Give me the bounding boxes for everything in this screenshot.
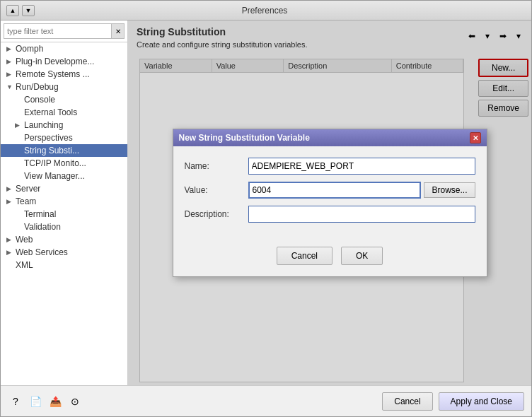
sidebar-item-web[interactable]: ▶ Web	[1, 233, 127, 246]
sidebar-item-string-subst[interactable]: String Substi...	[1, 144, 127, 157]
sidebar-item-launching[interactable]: ▶ Launching	[1, 119, 127, 131]
bottom-right-buttons: Cancel Apply and Close	[382, 392, 524, 411]
arrow-icon: ▶	[6, 45, 13, 52]
settings-icon[interactable]: ⊙	[67, 394, 83, 409]
sidebar-item-label: Web Services	[16, 247, 68, 257]
sidebar-item-label: String Substi...	[24, 146, 79, 155]
export-icon[interactable]: 📤	[47, 394, 63, 409]
sidebar-item-label: Perspectives	[24, 133, 73, 143]
description-input[interactable]	[248, 206, 475, 223]
window-maximize-button[interactable]: ▼	[22, 5, 35, 16]
filter-input[interactable]	[4, 23, 112, 39]
main-layout: ✕ ▶ Oomph ▶ Plug-in Developme... ▶ Remot…	[1, 20, 531, 385]
name-row: Name:	[185, 158, 475, 175]
sidebar-item-label: Terminal	[24, 209, 56, 219]
browse-button[interactable]: Browse...	[424, 182, 475, 198]
sidebar-item-label: Team	[16, 196, 36, 206]
modal-footer: Cancel OK	[173, 241, 487, 276]
sidebar-item-label: External Tools	[24, 107, 77, 117]
sidebar-item-xml[interactable]: XML	[1, 259, 127, 271]
value-label: Value:	[185, 185, 248, 195]
sidebar-item-run-debug[interactable]: ▼ Run/Debug	[1, 81, 127, 93]
sidebar-item-label: Server	[16, 184, 40, 194]
sidebar-item-label: Validation	[24, 222, 61, 232]
sidebar-item-validation[interactable]: Validation	[1, 221, 127, 233]
sidebar: ✕ ▶ Oomph ▶ Plug-in Developme... ▶ Remot…	[1, 20, 128, 385]
sidebar-item-label: View Manager...	[24, 171, 85, 181]
preferences-window: ▲ ▼ Preferences ✕ ▶ Oomph ▶ Plug-in D	[0, 0, 532, 417]
value-input[interactable]	[248, 182, 422, 199]
sidebar-item-terminal[interactable]: Terminal	[1, 208, 127, 221]
help-icon[interactable]: ?	[8, 394, 23, 409]
name-input[interactable]	[248, 158, 475, 175]
sidebar-item-perspectives[interactable]: Perspectives	[1, 131, 127, 144]
filter-bar: ✕	[1, 20, 127, 42]
name-label: Name:	[185, 161, 248, 171]
filter-clear-button[interactable]: ✕	[112, 23, 125, 39]
arrow-icon: ▶	[6, 58, 13, 65]
window-minimize-button[interactable]: ▲	[6, 5, 19, 16]
sidebar-item-console[interactable]: Console	[1, 93, 127, 106]
sidebar-item-label: Web	[16, 235, 33, 245]
content-area: String Substitution Create and configure…	[128, 20, 531, 385]
arrow-icon: ▶	[15, 122, 22, 129]
bottom-left-icons: ? 📄 📤 ⊙	[8, 394, 83, 409]
sidebar-item-label: XML	[16, 260, 33, 270]
window-title: Preferences	[35, 6, 495, 16]
sidebar-item-tcp-monitor[interactable]: TCP/IP Monito...	[1, 157, 127, 170]
modal-overlay: New String Substitution Variable ✕ Name:…	[128, 20, 531, 385]
sidebar-item-web-services[interactable]: ▶ Web Services	[1, 246, 127, 259]
sidebar-item-label: TCP/IP Monito...	[24, 158, 86, 168]
arrow-icon: ▶	[6, 185, 13, 192]
modal-title: New String Substitution Variable	[179, 133, 310, 143]
value-row: Value: Browse...	[185, 182, 475, 199]
doc-icon[interactable]: 📄	[28, 394, 43, 409]
modal-close-button[interactable]: ✕	[470, 132, 481, 143]
arrow-icon: ▼	[6, 83, 13, 90]
sidebar-item-external-tools[interactable]: External Tools	[1, 106, 127, 119]
title-bar-left-controls: ▲ ▼	[6, 5, 35, 16]
modal-ok-button[interactable]: OK	[341, 247, 383, 265]
sidebar-item-label: Console	[24, 95, 55, 105]
sidebar-item-label: Oomph	[16, 44, 43, 54]
sidebar-item-remote-systems[interactable]: ▶ Remote Systems ...	[1, 68, 127, 81]
new-variable-dialog: New String Substitution Variable ✕ Name:…	[173, 129, 487, 277]
description-label: Description:	[185, 209, 248, 219]
description-row: Description:	[185, 206, 475, 223]
sidebar-item-view-manager[interactable]: View Manager...	[1, 170, 127, 182]
sidebar-item-plugin-dev[interactable]: ▶ Plug-in Developme...	[1, 55, 127, 68]
modal-body: Name: Value: Browse... Description:	[173, 146, 487, 241]
sidebar-item-label: Remote Systems ...	[16, 69, 90, 79]
modal-cancel-button[interactable]: Cancel	[277, 247, 332, 265]
title-bar: ▲ ▼ Preferences	[1, 1, 531, 20]
arrow-icon: ▶	[6, 249, 13, 256]
modal-title-bar: New String Substitution Variable ✕	[173, 129, 487, 146]
arrow-icon: ▶	[6, 71, 13, 78]
sidebar-item-label: Plug-in Developme...	[16, 57, 94, 66]
sidebar-item-label: Run/Debug	[16, 82, 59, 92]
cancel-button[interactable]: Cancel	[382, 392, 432, 411]
sidebar-item-oomph[interactable]: ▶ Oomph	[1, 42, 127, 55]
sidebar-item-server[interactable]: ▶ Server	[1, 182, 127, 195]
sidebar-item-team[interactable]: ▶ Team	[1, 195, 127, 208]
sidebar-item-label: Launching	[24, 120, 63, 130]
apply-close-button[interactable]: Apply and Close	[439, 392, 524, 411]
arrow-icon: ▶	[6, 198, 13, 205]
bottom-bar: ? 📄 📤 ⊙ Cancel Apply and Close	[1, 385, 531, 416]
arrow-icon: ▶	[6, 236, 13, 243]
sidebar-tree: ▶ Oomph ▶ Plug-in Developme... ▶ Remote …	[1, 42, 127, 385]
